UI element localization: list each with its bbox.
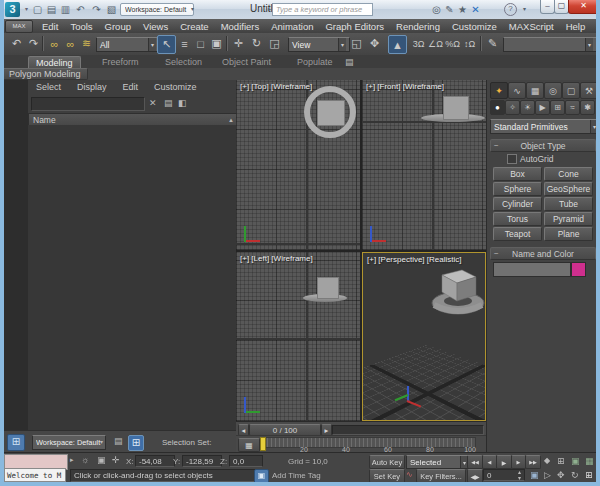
- menu-customize[interactable]: Customize: [446, 21, 503, 32]
- menu-group[interactable]: Group: [99, 21, 137, 32]
- maximize-viewport-icon[interactable]: ⊞: [585, 470, 593, 480]
- angle-snap-icon[interactable]: ∠Ω: [427, 35, 444, 52]
- time-configuration-icon[interactable]: ◀▶: [467, 469, 483, 483]
- viewport-left-label[interactable]: [+] [Left] [Wireframe]: [240, 254, 313, 263]
- play-icon[interactable]: ▶: [496, 455, 512, 469]
- time-slider-track[interactable]: [332, 425, 484, 435]
- select-and-move-icon[interactable]: ✛: [230, 35, 247, 52]
- box-button[interactable]: Box: [493, 167, 542, 181]
- max-app-button[interactable]: MAX: [5, 20, 33, 33]
- workspace-dropdown[interactable]: Workspace: Default: [120, 3, 194, 16]
- orbit-icon[interactable]: ↻: [571, 470, 579, 480]
- select-object-icon[interactable]: ↖: [157, 35, 176, 54]
- menu-edit[interactable]: Edit: [36, 21, 64, 32]
- viewport-top[interactable]: [+] [Top] [Wireframe]: [236, 80, 360, 250]
- help-caret-icon[interactable]: ▾: [518, 3, 531, 16]
- frame-spinner-down-icon[interactable]: ▾: [518, 474, 521, 481]
- menu-create[interactable]: Create: [174, 21, 215, 32]
- category-geometry-icon[interactable]: ●: [490, 100, 505, 115]
- torus-button[interactable]: Torus: [493, 212, 542, 226]
- category-spacewarps-icon[interactable]: ≈: [565, 100, 580, 115]
- viewport-front[interactable]: [+] [Front] [Wireframe]: [362, 80, 486, 250]
- viewport-perspective[interactable]: [+] [Perspective] [Realistic]: [362, 252, 486, 421]
- category-cameras-icon[interactable]: ▶: [535, 100, 550, 115]
- primitives-dropdown[interactable]: Standard Primitives▾: [490, 119, 600, 134]
- layer-manager-icon[interactable]: ▤: [114, 436, 123, 446]
- cylinder-button[interactable]: Cylinder: [493, 197, 542, 211]
- menu-rendering[interactable]: Rendering: [390, 21, 446, 32]
- object-type-rollout[interactable]: −Object Type: [490, 139, 596, 152]
- category-systems-icon[interactable]: ✱: [580, 100, 595, 115]
- maximize-button[interactable]: ▢: [554, 0, 569, 14]
- explorer-lock-icon[interactable]: ◧: [178, 98, 187, 108]
- new-file-icon[interactable]: ▢: [31, 3, 44, 16]
- explorer-menu-display[interactable]: Display: [69, 82, 115, 95]
- minimize-button[interactable]: –: [540, 0, 555, 14]
- category-shapes-icon[interactable]: ✧: [505, 100, 520, 115]
- select-and-rotate-icon[interactable]: ↻: [248, 35, 265, 52]
- viewport-top-label[interactable]: [+] [Top] [Wireframe]: [240, 82, 312, 91]
- ribbon-tab-object-paint[interactable]: Object Paint: [215, 56, 278, 68]
- infocenter-pen-icon[interactable]: ✎: [443, 3, 456, 16]
- mini-curve-editor-icon[interactable]: ▦: [238, 438, 260, 452]
- ribbon-tab-freeform[interactable]: Freeform: [95, 56, 146, 68]
- autogrid-checkbox[interactable]: [507, 154, 517, 164]
- search-input[interactable]: [272, 3, 373, 16]
- keyboard-override-icon[interactable]: ▲: [388, 35, 407, 54]
- select-by-name-icon[interactable]: ≡: [176, 35, 193, 52]
- snap-keys-icon[interactable]: ▣: [571, 456, 580, 466]
- favorites-star-icon[interactable]: ★: [456, 3, 469, 16]
- tube-button[interactable]: Tube: [544, 197, 593, 211]
- rectangular-selection-region-icon[interactable]: □: [192, 35, 209, 52]
- select-and-manipulate-icon[interactable]: ✥: [366, 35, 383, 52]
- tab-motion-icon[interactable]: ◎: [544, 82, 562, 99]
- redo-scene-icon[interactable]: ↷: [25, 35, 42, 52]
- menu-maxscript[interactable]: MAXScript: [503, 21, 560, 32]
- go-to-start-icon[interactable]: ◀◀: [467, 455, 483, 469]
- auto-key-button[interactable]: Auto Key: [369, 455, 405, 469]
- window-crossing-icon[interactable]: ▣: [208, 35, 225, 52]
- workspace-bottom-dropdown[interactable]: Workspace: Default: [32, 435, 106, 450]
- selection-lock-icon[interactable]: ▣: [97, 455, 106, 465]
- teapot-button[interactable]: Teapot: [493, 227, 542, 241]
- explorer-list-area[interactable]: [28, 125, 236, 430]
- close-button[interactable]: ✕: [568, 0, 599, 14]
- set-key-button[interactable]: Set Key: [369, 469, 405, 483]
- edit-named-sets-icon[interactable]: ✎: [484, 35, 501, 52]
- track-bar-ruler[interactable]: [262, 437, 476, 448]
- plane-button[interactable]: Plane: [544, 227, 593, 241]
- menu-animation[interactable]: Animation: [265, 21, 319, 32]
- undo-icon[interactable]: ↶: [74, 3, 87, 16]
- explorer-search-input[interactable]: [31, 97, 145, 111]
- object-color-swatch[interactable]: [571, 262, 586, 277]
- tab-create-icon[interactable]: ✦: [490, 82, 508, 99]
- pan-hand-icon[interactable]: ✥: [557, 470, 565, 480]
- cone-button[interactable]: Cone: [544, 167, 593, 181]
- open-file-icon[interactable]: ▤: [45, 3, 58, 16]
- menu-views[interactable]: Views: [137, 21, 174, 32]
- menu-tools[interactable]: Tools: [64, 21, 98, 32]
- explorer-menu-customize[interactable]: Customize: [146, 82, 205, 95]
- viewport-layout-icon[interactable]: ⊞: [7, 434, 25, 451]
- menu-modifiers[interactable]: Modifiers: [215, 21, 266, 32]
- field-of-view-icon[interactable]: ▷: [544, 470, 551, 480]
- exchange-icon[interactable]: ✕: [469, 3, 482, 16]
- go-to-end-icon[interactable]: ▶▶: [525, 455, 541, 469]
- ribbon-tab-populate[interactable]: Populate: [290, 56, 340, 68]
- polygon-modeling-panel[interactable]: Polygon Modeling: [2, 68, 88, 80]
- torus-box-objects[interactable]: [429, 267, 485, 317]
- ribbon-tab-selection[interactable]: Selection: [158, 56, 209, 68]
- unlink-selection-icon[interactable]: ∞: [62, 35, 79, 52]
- category-lights-icon[interactable]: ☀: [520, 100, 535, 115]
- z-coordinate-field[interactable]: 0,0: [229, 455, 263, 467]
- viewport-perspective-label[interactable]: [+] [Perspective] [Realistic]: [367, 255, 461, 264]
- named-selection-dropdown[interactable]: ▾: [503, 37, 597, 52]
- name-color-rollout[interactable]: −Name and Color: [490, 247, 596, 260]
- tab-display-icon[interactable]: ▢: [562, 82, 580, 99]
- menu-help[interactable]: Help: [560, 21, 592, 32]
- key-curve-icon[interactable]: ∿: [406, 470, 413, 479]
- tab-modify-icon[interactable]: ∿: [508, 82, 526, 99]
- viewport-front-label[interactable]: [+] [Front] [Wireframe]: [366, 82, 444, 91]
- undo-scene-icon[interactable]: ↶: [8, 35, 25, 52]
- geosphere-button[interactable]: GeoSphere: [544, 182, 593, 196]
